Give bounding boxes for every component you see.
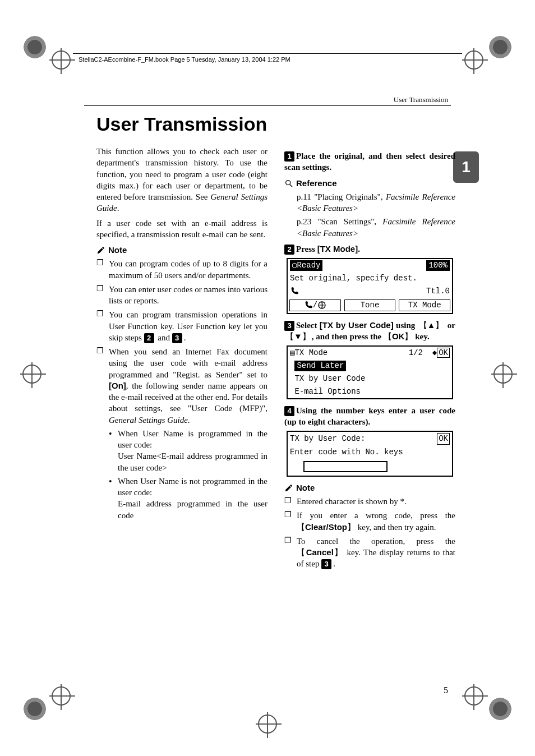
phone-globe-icon [304, 301, 313, 310]
print-mark-br [489, 698, 511, 720]
note-heading: Note [96, 245, 268, 256]
step2-a: Press [296, 245, 317, 253]
lcd1-iconbox: / [289, 299, 341, 311]
lcd1-ready: ◯Ready [290, 260, 322, 271]
step1-text: Place the original, and then select desi… [284, 151, 455, 172]
sub-item: When User Name is not programmed in the … [109, 476, 268, 521]
pencil-icon [96, 246, 105, 255]
sub1-a: When User Name is programmed in the user… [118, 429, 268, 449]
svg-point-0 [286, 180, 290, 185]
ref2a: p.23 "Scan Settings", [297, 217, 382, 226]
step-num-1: 1 [284, 151, 294, 162]
list-item: To cancel the operation, press the Cance… [284, 536, 455, 570]
note-label: Note [108, 245, 127, 256]
intro-paragraph-1: This function allows you to check each u… [96, 146, 268, 214]
step-num-2: 2 [284, 245, 294, 255]
register-mark [52, 50, 71, 70]
globe-icon [317, 301, 326, 310]
s3-e: key. [413, 332, 429, 341]
register-mark [494, 365, 513, 384]
down-arrow-key: ▼ [284, 331, 312, 342]
tx-mode-label: [TX Mode] [317, 244, 358, 253]
right-note-list: Entered character is shown by *. If you … [284, 496, 455, 570]
cancel-key: Cancel [297, 547, 344, 557]
step-2: 2Press [TX Mode]. [284, 243, 455, 255]
register-mark [52, 686, 71, 706]
print-mark-tr [489, 36, 511, 58]
ref1a: p.11 "Placing Originals", [297, 192, 386, 201]
note4-a: When you send an Internet Fax document u… [109, 347, 268, 379]
clear-stop-key: Clear/Stop [297, 522, 356, 532]
page-title: User Transmission [96, 113, 267, 135]
step-1: 1Place the original, and then select des… [284, 150, 455, 173]
book-header: StellaC2-AEcombine-F_FM.book Page 5 Tues… [79, 56, 290, 63]
lcd2-row1: ▤TX Mode 1/2 ◆OK [288, 347, 452, 359]
list-item: When you send an Internet Fax document u… [96, 346, 268, 521]
lcd2-page-ok: 1/2 ◆OK [409, 348, 450, 358]
lcd2-opt1: Send Later [288, 359, 452, 372]
note3-b: and [156, 333, 172, 342]
step2-b: . [358, 245, 360, 253]
lcd1-row3: Ttl.0 [288, 285, 452, 298]
pencil-icon [284, 483, 293, 492]
ref-item-1: p.11 "Placing Originals", Facsimile Refe… [297, 191, 455, 214]
ok-key: OK [384, 331, 413, 341]
lcd3-row1: TX by User Code:OK [288, 432, 452, 446]
content-columns: This function allows you to check each u… [96, 146, 455, 573]
up-arrow-key: ▲ [418, 320, 445, 331]
register-mark [464, 686, 483, 706]
s3-a: Select [296, 321, 320, 330]
on-label: [On] [109, 381, 126, 390]
step4-text: Using the number keys enter a user code … [284, 406, 455, 426]
register-mark [258, 714, 277, 734]
note3-a: You can program transmission operations … [109, 310, 268, 342]
tx-by-user-code-label: [TX by User Code] [320, 320, 394, 330]
note3-c: . [184, 333, 186, 342]
phone-icon [290, 287, 299, 296]
s3-c: or [445, 321, 455, 330]
lcd3-title: TX by User Code: [290, 434, 365, 444]
left-column: This function allows you to check each u… [96, 146, 268, 573]
register-mark [464, 50, 483, 70]
s3-b: using [394, 321, 418, 330]
lcd-screen-2: ▤TX Mode 1/2 ◆OK Send Later TX by User C… [287, 345, 453, 399]
list-item: You can program transmission operations … [96, 309, 268, 343]
lcd3-row2: Enter code with No. keys [288, 446, 452, 459]
note4-c: . [188, 416, 190, 425]
sub-item: When User Name is programmed in the user… [109, 428, 268, 473]
chapter-tab: 1 [453, 151, 479, 183]
lcd1-row4: / Tone TX Mode [288, 298, 452, 313]
step-ref-3b: 3 [321, 559, 331, 569]
print-mark-tl [24, 36, 46, 58]
rn2a: If you enter a wrong code, press the [297, 511, 455, 520]
step-num-3: 3 [284, 321, 294, 331]
lcd1-tone: Tone [344, 299, 396, 311]
rn3a: To cancel the operation, press the [297, 537, 455, 546]
sub2-a: When User Name is not programmed in the … [118, 477, 268, 497]
list-item: If you enter a wrong code, press the Cle… [284, 510, 455, 533]
lcd2-opt2: TX by User Code [288, 372, 452, 385]
reference-heading: Reference [284, 178, 455, 189]
s3-d: , and then press the [312, 332, 384, 341]
lcd1-txmode: TX Mode [399, 299, 450, 311]
lcd1-ttl: Ttl.0 [426, 286, 450, 297]
lcd3-input-box [303, 461, 388, 472]
top-rule [73, 53, 462, 54]
running-header: User Transmission [394, 95, 448, 104]
reference-block: p.11 "Placing Originals", Facsimile Refe… [297, 191, 455, 239]
step-ref-3: 3 [172, 333, 182, 343]
lcd-screen-1: ◯Ready100% Set original, specify dest. T… [287, 258, 453, 314]
lcd1-row2: Set original, specify dest. [288, 272, 452, 285]
right-column: 1Place the original, and then select des… [284, 146, 455, 573]
intro-paragraph-2: If a user code set with an e-mail addres… [96, 218, 268, 241]
note4-b: , the following sender name appears on t… [109, 381, 268, 413]
lcd-screen-3: TX by User Code:OK Enter code with No. k… [287, 431, 453, 477]
page-number: 5 [444, 685, 448, 695]
list-item: You can enter user codes or names into v… [96, 284, 268, 307]
left-note-list: You can program codes of up to 8 digits … [96, 258, 268, 521]
list-item: You can program codes of up to 8 digits … [96, 258, 268, 281]
magnifier-icon [284, 179, 293, 188]
sub-list: When User Name is programmed in the user… [109, 428, 268, 521]
lcd3-ok: OK [437, 433, 450, 445]
list-item: Entered character is shown by *. [284, 496, 455, 507]
